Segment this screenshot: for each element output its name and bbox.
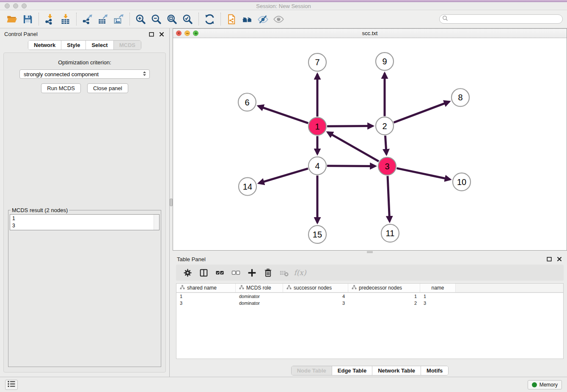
memory-button[interactable]: Memory (528, 380, 562, 389)
zoom-selected-button[interactable] (180, 12, 195, 26)
node-3[interactable]: 3 (378, 157, 396, 175)
close-panel-button[interactable]: Close panel (87, 83, 128, 93)
control-tab-select[interactable]: Select (85, 41, 113, 50)
zoom-out-button[interactable] (149, 12, 164, 26)
node-label-4: 4 (315, 161, 319, 171)
edge-3-10[interactable] (397, 168, 450, 179)
zoom-in-button[interactable] (133, 12, 149, 26)
deselect-all-rows-button[interactable] (228, 266, 243, 279)
control-tab-style[interactable]: Style (61, 41, 85, 50)
node-2[interactable]: 2 (376, 117, 394, 135)
search-box[interactable] (439, 14, 563, 24)
network-minimize-button[interactable] (184, 30, 190, 36)
show-columns-button[interactable] (196, 266, 211, 279)
close-panel-icon[interactable] (158, 31, 165, 38)
new-network-from-selection-button[interactable] (224, 12, 239, 26)
table-tab-node-table[interactable]: Node Table (292, 366, 332, 375)
control-tab-mcds[interactable]: MCDS (113, 41, 141, 50)
node-4[interactable]: 4 (308, 157, 326, 175)
search-input[interactable] (449, 16, 560, 22)
edge-2-3[interactable] (385, 135, 386, 154)
window-zoom-button[interactable] (22, 3, 27, 8)
node-14[interactable]: 14 (239, 178, 256, 196)
column-header-predecessor-nodes[interactable]: predecessor nodes (348, 284, 420, 292)
edge-3-1[interactable] (328, 132, 379, 161)
float-table-panel-icon[interactable] (546, 256, 553, 262)
node-label-8: 8 (458, 93, 462, 102)
criterion-select[interactable]: strongly connected component (19, 69, 150, 79)
float-panel-icon[interactable] (148, 31, 155, 38)
network-window-titlebar[interactable]: scc.txt (173, 29, 567, 38)
import-table-icon (60, 14, 71, 25)
node-table: shared nameMCDS rolesuccessor nodesprede… (176, 283, 564, 359)
table-tab-edge-table[interactable]: Edge Table (332, 366, 372, 375)
control-panel: Control Panel NetworkStyleSelectMCDS Opt… (0, 28, 170, 377)
network-maximize-button[interactable] (193, 30, 198, 36)
column-header-shared-name[interactable]: shared name (176, 284, 236, 292)
node-1[interactable]: 1 (308, 117, 326, 135)
close-table-panel-icon[interactable] (556, 256, 563, 262)
show-selected-button[interactable] (271, 12, 286, 26)
edge-3-11[interactable] (388, 176, 390, 221)
export-table-button[interactable] (95, 12, 111, 26)
table-row-2[interactable]: 3dominator323 (176, 300, 563, 306)
node-10[interactable]: 10 (453, 173, 471, 191)
open-session-button[interactable] (4, 12, 20, 26)
delete-column-button[interactable] (261, 266, 275, 279)
node-label-2: 2 (382, 121, 387, 131)
new-network-from-selection-icon (226, 14, 237, 25)
open-session-icon (6, 14, 18, 25)
hide-selected-button[interactable] (255, 12, 271, 26)
run-mcds-button[interactable]: Run MCDS (41, 83, 81, 93)
column-header-successor-nodes[interactable]: successor nodes (283, 284, 348, 292)
add-column-button[interactable] (245, 266, 259, 279)
window-traffic-lights (5, 3, 27, 8)
show-all-networks-button[interactable] (239, 12, 255, 26)
horizontal-splitter[interactable] (173, 251, 567, 254)
node-15[interactable]: 15 (308, 226, 326, 243)
node-7[interactable]: 7 (308, 53, 326, 71)
edge-4-14[interactable] (259, 168, 308, 183)
result-scrollbar[interactable] (154, 215, 159, 230)
tree-icon (180, 285, 185, 291)
network-canvas[interactable]: 7968124314101511 (173, 38, 567, 250)
table-panel-title: Table Panel (177, 256, 542, 262)
window-titlebar: Session: New Session (0, 2, 567, 10)
zoom-fit-button[interactable] (164, 12, 180, 26)
node-9[interactable]: 9 (376, 52, 394, 70)
window-minimize-button[interactable] (13, 3, 18, 8)
show-selected-icon (273, 14, 284, 25)
table-settings-button[interactable] (180, 266, 195, 279)
control-tab-network[interactable]: Network (28, 41, 61, 50)
apply-layout-button[interactable] (202, 12, 217, 26)
mcds-result-area[interactable]: 1 3 (10, 214, 160, 230)
node-6[interactable]: 6 (238, 93, 256, 111)
window-close-button[interactable] (5, 3, 10, 8)
network-close-button[interactable] (176, 30, 182, 36)
function-builder-icon: f(x) (294, 268, 306, 277)
column-header-label: shared name (187, 285, 217, 291)
task-history-button[interactable] (5, 380, 18, 390)
node-8[interactable]: 8 (451, 88, 469, 106)
edge-4-3[interactable] (327, 166, 375, 166)
column-header-mcds-role[interactable]: MCDS role (236, 284, 283, 292)
tree-icon (352, 285, 357, 291)
export-network-button[interactable] (80, 12, 95, 26)
table-tab-network-table[interactable]: Network Table (372, 366, 421, 375)
save-session-button[interactable] (20, 12, 36, 26)
vertical-splitter[interactable] (170, 28, 173, 377)
table-tab-motifs[interactable]: Motifs (421, 366, 448, 375)
table-cell: dominator (236, 301, 283, 306)
export-image-button[interactable] (111, 12, 127, 26)
vertical-splitter-grip[interactable] (170, 199, 173, 206)
import-table-button[interactable] (58, 12, 73, 26)
table-row-1[interactable]: 1dominator411 (176, 293, 563, 300)
edge-1-2[interactable] (327, 126, 373, 127)
column-header-name[interactable]: name (420, 284, 456, 292)
edge-2-8[interactable] (394, 102, 449, 122)
horizontal-splitter-grip[interactable] (367, 251, 373, 253)
edge-1-6[interactable] (258, 106, 308, 123)
node-11[interactable]: 11 (381, 224, 399, 242)
select-all-rows-button[interactable] (212, 266, 227, 279)
import-network-button[interactable] (42, 12, 58, 26)
